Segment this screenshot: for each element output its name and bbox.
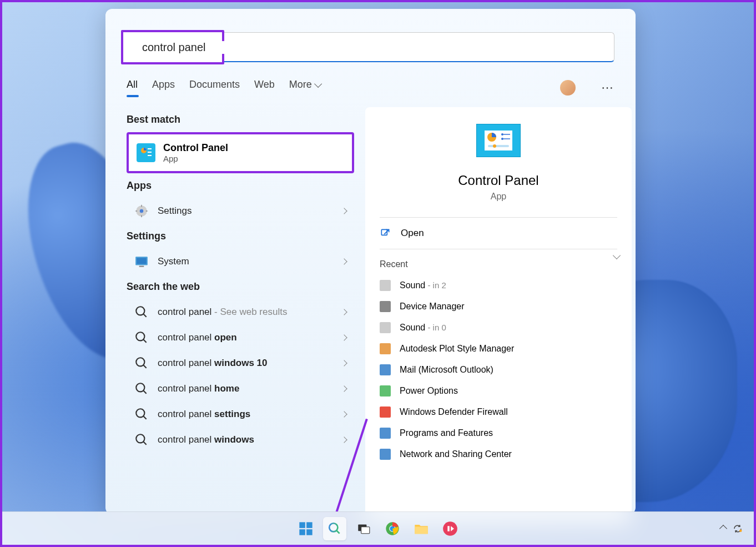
- search-taskbar-button[interactable]: [323, 517, 346, 540]
- annotation-highlight-search: [121, 30, 224, 64]
- best-match-item[interactable]: Control Panel App: [129, 134, 352, 171]
- tab-more[interactable]: More: [289, 79, 320, 96]
- search-tabs: All Apps Documents Web More ⋯: [105, 64, 636, 96]
- web-result-4[interactable]: control panel settings: [127, 402, 354, 427]
- svg-point-17: [136, 383, 144, 392]
- svg-rect-5: [148, 155, 152, 156]
- recent-item-icon: [380, 364, 391, 375]
- tab-all[interactable]: All: [127, 79, 138, 96]
- user-avatar[interactable]: [560, 80, 576, 96]
- chevron-right-icon: [341, 334, 347, 340]
- system-icon: [134, 254, 149, 269]
- web-result-2[interactable]: control panel windows 10: [127, 350, 354, 376]
- recent-item-3[interactable]: Autodesk Plot Style Manager: [365, 338, 632, 359]
- control-panel-icon: [137, 143, 155, 162]
- svg-rect-29: [488, 145, 509, 147]
- chevron-right-icon: [341, 309, 347, 315]
- app-button[interactable]: [439, 517, 462, 540]
- recent-item-icon: [380, 385, 391, 397]
- svg-point-44: [443, 521, 457, 536]
- web-result-3[interactable]: control panel home: [127, 376, 354, 402]
- chevron-right-icon: [341, 385, 347, 392]
- chevron-right-icon: [341, 360, 347, 366]
- start-search-panel: All Apps Documents Web More ⋯ Best match…: [105, 9, 636, 514]
- recent-item-8[interactable]: Network and Sharing Center: [365, 444, 632, 465]
- more-options-button[interactable]: ⋯: [601, 81, 614, 95]
- search-icon: [134, 356, 149, 370]
- start-button[interactable]: [294, 517, 317, 540]
- search-box[interactable]: [123, 32, 222, 62]
- section-settings: Settings: [127, 230, 354, 242]
- section-apps: Apps: [127, 180, 354, 192]
- recent-item-icon: [380, 322, 391, 333]
- action-open[interactable]: Open: [365, 218, 632, 249]
- search-icon: [134, 382, 149, 396]
- svg-rect-9: [137, 258, 146, 264]
- search-icon: [134, 433, 149, 447]
- sync-icon[interactable]: [733, 524, 743, 534]
- result-settings[interactable]: Settings: [127, 198, 354, 224]
- svg-point-13: [136, 332, 144, 340]
- svg-rect-33: [306, 522, 313, 528]
- section-best-match: Best match: [127, 114, 354, 126]
- preview-title: Control Panel: [365, 173, 632, 188]
- tab-apps[interactable]: Apps: [152, 79, 175, 96]
- task-view-button[interactable]: [352, 517, 375, 540]
- svg-point-15: [136, 358, 144, 366]
- svg-rect-32: [299, 522, 305, 528]
- chrome-button[interactable]: [381, 517, 404, 540]
- tab-documents[interactable]: Documents: [189, 79, 240, 96]
- svg-point-7: [140, 209, 144, 213]
- search-icon: [134, 407, 149, 421]
- search-icon: [134, 330, 149, 345]
- recent-item-0[interactable]: Sound - in 2: [365, 275, 632, 296]
- search-box-extension[interactable]: [224, 32, 614, 62]
- recent-item-icon: [380, 407, 391, 418]
- svg-rect-35: [306, 529, 313, 535]
- web-result-5[interactable]: control panel windows: [127, 427, 354, 453]
- recent-item-icon: [380, 280, 391, 291]
- svg-line-14: [143, 339, 146, 342]
- result-system[interactable]: System: [127, 249, 354, 274]
- svg-line-16: [143, 365, 146, 368]
- preview-pane: Control Panel App Open Recent Sound - in…: [365, 107, 632, 524]
- svg-rect-4: [148, 152, 152, 153]
- recent-item-2[interactable]: Sound - in 0: [365, 317, 632, 338]
- web-result-0[interactable]: control panel - See web results: [127, 299, 354, 325]
- svg-point-25: [501, 133, 503, 136]
- settings-icon: [134, 204, 149, 218]
- chevron-right-icon: [341, 258, 347, 264]
- recent-item-icon: [380, 428, 391, 439]
- svg-line-18: [143, 390, 146, 393]
- chevron-down-icon: [314, 79, 322, 87]
- recent-item-1[interactable]: Device Manager: [365, 296, 632, 317]
- taskbar: [2, 511, 754, 545]
- annotation-highlight-result: Control Panel App: [127, 132, 354, 173]
- best-match-type: App: [163, 154, 228, 163]
- svg-rect-34: [299, 529, 305, 535]
- recent-item-6[interactable]: Windows Defender Firewall: [365, 402, 632, 423]
- recent-section-title: Recent: [365, 249, 632, 275]
- svg-line-12: [143, 314, 146, 317]
- svg-line-37: [336, 530, 339, 533]
- web-result-1[interactable]: control panel open: [127, 325, 354, 350]
- recent-item-icon: [380, 449, 391, 460]
- recent-item-4[interactable]: Mail (Microsoft Outlook): [365, 359, 632, 380]
- svg-rect-10: [139, 266, 144, 267]
- svg-point-19: [136, 409, 144, 417]
- tray-overflow-button[interactable]: [719, 524, 727, 532]
- svg-point-30: [493, 144, 496, 148]
- svg-rect-23: [485, 131, 512, 150]
- recent-item-7[interactable]: Programs and Features: [365, 423, 632, 444]
- svg-point-11: [136, 307, 144, 315]
- recent-item-5[interactable]: Power Options: [365, 380, 632, 402]
- file-explorer-button[interactable]: [410, 517, 433, 540]
- svg-point-21: [136, 434, 144, 443]
- recent-item-icon: [380, 343, 391, 354]
- svg-point-45: [739, 529, 742, 532]
- tab-web[interactable]: Web: [254, 79, 275, 96]
- preview-type: App: [365, 192, 632, 202]
- chevron-right-icon: [341, 208, 347, 214]
- section-web: Search the web: [127, 281, 354, 293]
- svg-line-22: [143, 441, 146, 444]
